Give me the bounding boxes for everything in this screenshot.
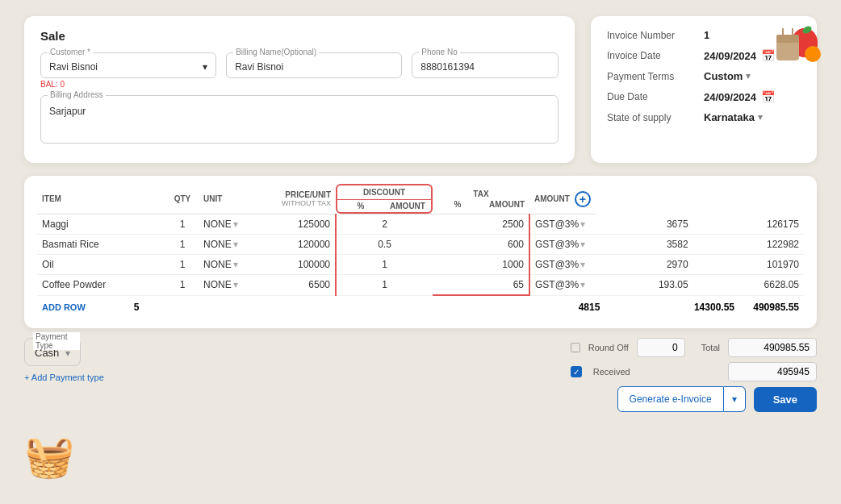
item-amount: 6628.05 [693, 275, 804, 296]
payment-type-group: Payment Type Cash ▾ [24, 338, 81, 366]
generate-einvoice-button[interactable]: Generate e-Invoice [617, 386, 724, 412]
payment-section: Payment Type Cash ▾ + Add Payment type [24, 338, 104, 382]
payment-type-label: Payment Type [33, 332, 80, 350]
col-item: ITEM [37, 184, 166, 215]
col-price: PRICE/UNIT Without Tax [263, 184, 336, 215]
items-table-card: ITEM QTY UNIT PRICE/UNIT Without Tax DIS… [24, 176, 817, 328]
col-unit: UNIT [199, 184, 263, 215]
sale-title: Sale [40, 29, 559, 43]
billing-address-field[interactable]: Billing Address Sarjapur [40, 95, 559, 144]
items-table: ITEM QTY UNIT PRICE/UNIT Without Tax DIS… [37, 184, 804, 296]
item-qty: 1 [166, 255, 199, 275]
item-discount-amt: 1000 [433, 255, 529, 275]
item-qty: 1 [166, 235, 199, 255]
due-date-row: Due Date 24/09/2024 📅 [607, 90, 801, 103]
item-name: Oil [37, 255, 166, 275]
item-unit[interactable]: NONE▾ [199, 235, 263, 255]
due-date-value: 24/09/2024 📅 [704, 90, 801, 103]
item-price: 6500 [263, 275, 336, 296]
received-checkbox[interactable]: ✓ [571, 366, 582, 377]
table-row: Oil 1 NONE▾ 100000 1 1000 GST@3%▾ 2970 1… [37, 255, 804, 275]
received-input[interactable] [728, 362, 817, 381]
due-date-label: Due Date [607, 91, 704, 102]
tax-total: 14300.55 [638, 302, 734, 313]
basket-decoration: 🧺 [24, 433, 74, 480]
customer-dropdown-icon[interactable]: ▾ [203, 61, 207, 73]
state-supply-chevron: ▾ [758, 112, 763, 123]
received-label: Received [593, 367, 630, 377]
item-price: 100000 [263, 255, 336, 275]
item-name: Coffee Powder [37, 275, 166, 296]
item-discount-pct: 1 [336, 275, 433, 296]
item-discount-pct: 0.5 [336, 235, 433, 255]
item-tax-amt: 2970 [596, 255, 693, 275]
total-label: Total [701, 343, 720, 352]
item-tax-type[interactable]: GST@3%▾ [529, 275, 596, 296]
roundoff-row: Round Off Total [571, 338, 817, 357]
item-tax-type[interactable]: GST@3%▾ [529, 235, 596, 255]
amount-total: 490985.55 [734, 302, 799, 313]
item-amount: 126175 [693, 215, 804, 235]
item-discount-pct: 2 [336, 215, 433, 235]
table-row: Maggi 1 NONE▾ 125000 2 2500 GST@3%▾ 3675… [37, 215, 804, 235]
item-tax-amt: 3675 [596, 215, 693, 235]
billing-name-field[interactable]: Billing Name(Optional) Ravi Bisnoi [226, 52, 402, 78]
col-tax: TAX % AMOUNT [433, 184, 529, 215]
item-unit[interactable]: NONE▾ [199, 255, 263, 275]
billing-name-value: Ravi Bisnoi [235, 61, 283, 73]
totals-section: Round Off Total ✓ Received Generate e-In… [571, 338, 817, 412]
payment-terms-chevron: ▾ [746, 71, 751, 81]
col-amount: AMOUNT + [529, 184, 596, 215]
due-date-calendar-icon[interactable]: 📅 [761, 90, 775, 103]
item-price: 125000 [263, 215, 336, 235]
roundoff-checkbox[interactable] [571, 343, 580, 352]
item-tax-type[interactable]: GST@3%▾ [529, 255, 596, 275]
item-amount: 101970 [693, 255, 804, 275]
payment-terms-label: Payment Terms [607, 71, 704, 82]
item-discount-amt: 2500 [433, 215, 529, 235]
item-tax-amt: 193.05 [596, 275, 693, 296]
payment-terms-value: Custom ▾ [704, 70, 801, 82]
state-supply-row: State of supply Karnataka ▾ [607, 111, 801, 123]
svg-rect-6 [776, 35, 799, 43]
billing-address-label: Billing Address [48, 90, 106, 99]
discount-total: 4815 [541, 302, 638, 313]
item-discount-amt: 600 [433, 235, 529, 255]
billing-name-label: Billing Name(Optional) [233, 48, 319, 56]
item-amount: 122982 [693, 235, 804, 255]
invoice-date-label: Invoice Date [607, 50, 704, 61]
item-name: Maggi [37, 215, 166, 235]
state-supply-value: Karnataka ▾ [704, 111, 801, 123]
save-button[interactable]: Save [754, 387, 817, 412]
received-row: ✓ Received [571, 362, 817, 381]
item-discount-amt: 65 [433, 275, 529, 296]
item-discount-pct: 1 [336, 255, 433, 275]
fruit-decoration [760, 12, 825, 69]
phone-field[interactable]: Phone No 8880161394 [412, 52, 559, 78]
item-qty: 1 [166, 275, 199, 296]
generate-einvoice-dropdown[interactable]: ▾ [724, 386, 746, 412]
action-buttons: Generate e-Invoice ▾ Save [617, 386, 817, 412]
balance-text: BAL: 0 [40, 80, 216, 89]
state-supply-label: State of supply [607, 112, 704, 123]
item-name: Basmati Rice [37, 235, 166, 255]
item-tax-amt: 3582 [596, 235, 693, 255]
customer-label: Customer * [48, 48, 93, 56]
item-tax-type[interactable]: GST@3%▾ [529, 215, 596, 235]
add-row-button[interactable]: ADD ROW [42, 299, 86, 315]
total-input[interactable] [728, 338, 817, 357]
customer-value: Ravi Bisnoi [49, 61, 98, 73]
col-qty: QTY [166, 184, 199, 215]
item-unit[interactable]: NONE▾ [199, 215, 263, 235]
billing-address-value: Sarjapur [49, 106, 86, 117]
item-price: 120000 [263, 235, 336, 255]
customer-field[interactable]: Customer * Ravi Bisnoi ▾ [40, 52, 216, 78]
add-item-button[interactable]: + [575, 191, 591, 207]
qty-total: 5 [134, 302, 140, 313]
phone-label: Phone No [419, 48, 459, 56]
invoice-number-label: Invoice Number [607, 30, 704, 41]
payment-terms-row: Payment Terms Custom ▾ [607, 70, 801, 82]
add-payment-button[interactable]: + Add Payment type [24, 373, 104, 382]
roundoff-input[interactable] [637, 338, 685, 357]
item-unit[interactable]: NONE▾ [199, 275, 263, 296]
